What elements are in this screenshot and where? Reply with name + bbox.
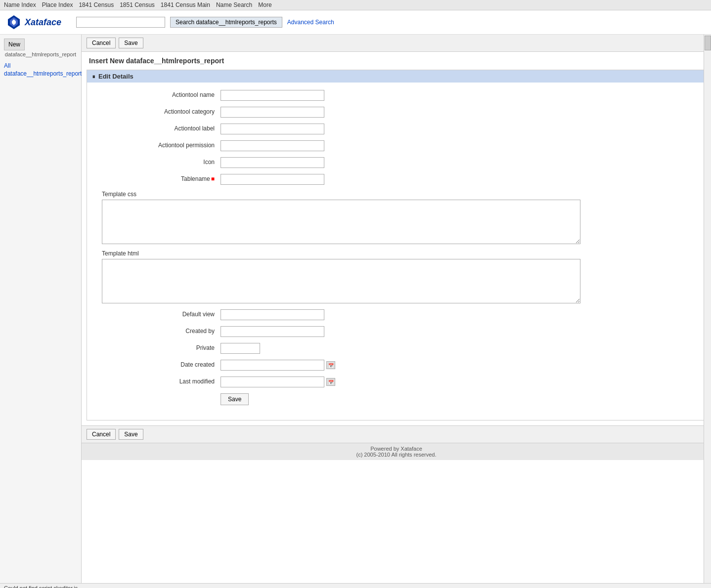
input-actiontool-category[interactable]	[221, 107, 324, 118]
label-icon: Icon	[97, 157, 221, 166]
nav-place-index[interactable]: Place Index	[42, 1, 73, 8]
edit-details-title: Edit Details	[98, 73, 133, 80]
field-row-template-css: Template css	[102, 191, 696, 244]
edit-details-section: ∎ Edit Details Actiontool name Actiontoo…	[87, 70, 706, 420]
input-private[interactable]	[221, 343, 260, 354]
last-modified-wrap: 📅	[221, 377, 335, 387]
label-last-modified: Last modified	[97, 377, 221, 385]
advanced-search-link[interactable]: Advanced Search	[287, 19, 334, 26]
label-actiontool-name: Actiontool name	[97, 90, 221, 98]
calendar-icon-date-created[interactable]: 📅	[326, 361, 335, 369]
edit-details-header: ∎ Edit Details	[87, 70, 706, 83]
input-actiontool-name[interactable]	[221, 90, 324, 101]
field-row-actiontool-name: Actiontool name	[97, 90, 696, 101]
required-star-tablename: ■	[211, 175, 215, 182]
collapse-icon[interactable]: ∎	[92, 73, 95, 80]
label-default-view: Default view	[97, 309, 221, 318]
label-actiontool-category: Actiontool category	[97, 107, 221, 115]
field-row-template-html: Template html	[102, 250, 696, 303]
input-actiontool-permission[interactable]	[221, 140, 324, 151]
nav-name-search[interactable]: Name Search	[216, 1, 252, 8]
sidebar: New dataface__htmlreports_report All dat…	[0, 35, 82, 583]
top-save-button[interactable]: Save	[119, 38, 143, 48]
logo-icon	[6, 14, 22, 30]
top-nav-bar: Name Index Place Index 1841 Census 1851 …	[0, 0, 711, 10]
sidebar-new-button[interactable]: New	[4, 39, 25, 50]
sidebar-all-link[interactable]: All	[4, 62, 77, 69]
date-created-wrap: 📅	[221, 360, 335, 371]
bottom-save-button[interactable]: Save	[119, 429, 143, 440]
status-bar: Could not find script ckeditor.js	[0, 583, 711, 588]
input-created-by[interactable]	[221, 326, 324, 337]
header: Xataface Search dataface__htmlreports_re…	[0, 10, 711, 35]
center-save-button[interactable]: Save	[221, 393, 249, 405]
label-template-css: Template css	[102, 191, 696, 198]
label-actiontool-label: Actiontool label	[97, 124, 221, 132]
bottom-action-bar: Cancel Save	[82, 425, 711, 443]
nav-1841-census[interactable]: 1841 Census	[79, 1, 114, 8]
label-created-by: Created by	[97, 326, 221, 335]
edit-form: Actiontool name Actiontool category Acti…	[87, 83, 706, 420]
search-input[interactable]	[76, 17, 165, 28]
input-last-modified[interactable]	[221, 377, 324, 387]
input-actiontool-label[interactable]	[221, 124, 324, 134]
sidebar-table-name: dataface__htmlreports_report	[4, 51, 77, 57]
input-icon[interactable]	[221, 157, 324, 168]
top-action-bar: Cancel Save	[82, 35, 711, 52]
nav-name-index[interactable]: Name Index	[4, 1, 36, 8]
field-row-default-view: Default view	[97, 309, 696, 320]
nav-1851-census[interactable]: 1851 Census	[120, 1, 155, 8]
input-tablename[interactable]	[221, 174, 324, 185]
page-title: Insert New dataface__htmlreports_report	[82, 52, 711, 70]
search-button[interactable]: Search dataface__htmlreports_reports	[170, 17, 282, 28]
field-row-actiontool-permission: Actiontool permission	[97, 140, 696, 151]
field-row-last-modified: Last modified 📅	[97, 377, 696, 387]
field-row-created-by: Created by	[97, 326, 696, 337]
footer: Powered by Xataface (c) 2005-2010 All ri…	[82, 443, 711, 460]
field-row-tablename: Tablename■	[97, 174, 696, 185]
layout: New dataface__htmlreports_report All dat…	[0, 35, 711, 583]
logo-text: Xataface	[25, 17, 61, 28]
scrollbar[interactable]	[704, 35, 711, 583]
input-template-html[interactable]	[102, 259, 580, 303]
label-date-created: Date created	[97, 360, 221, 368]
label-template-html: Template html	[102, 250, 696, 257]
top-cancel-button[interactable]: Cancel	[87, 38, 116, 48]
input-template-css[interactable]	[102, 200, 580, 244]
field-row-actiontool-category: Actiontool category	[97, 107, 696, 118]
logo: Xataface	[6, 14, 61, 30]
label-tablename: Tablename■	[97, 174, 221, 182]
footer-line2: (c) 2005-2010 All rights reserved.	[84, 452, 709, 458]
label-actiontool-permission: Actiontool permission	[97, 140, 221, 149]
field-row-actiontool-label: Actiontool label	[97, 124, 696, 134]
nav-1841-census-main[interactable]: 1841 Census Main	[161, 1, 210, 8]
footer-line1: Powered by Xataface	[84, 446, 709, 452]
main-content: Cancel Save Insert New dataface__htmlrep…	[82, 35, 711, 583]
field-row-icon: Icon	[97, 157, 696, 168]
calendar-icon-last-modified[interactable]: 📅	[326, 378, 335, 386]
field-row-date-created: Date created 📅	[97, 360, 696, 371]
input-default-view[interactable]	[221, 309, 324, 320]
bottom-cancel-button[interactable]: Cancel	[87, 429, 116, 440]
main-wrapper: Cancel Save Insert New dataface__htmlrep…	[82, 35, 711, 583]
field-row-private: Private	[97, 343, 696, 354]
input-date-created[interactable]	[221, 360, 324, 371]
nav-more[interactable]: More	[258, 1, 271, 8]
save-row-center: Save	[221, 393, 696, 405]
label-private: Private	[97, 343, 221, 351]
scroll-thumb[interactable]	[705, 36, 711, 50]
sidebar-table-link[interactable]: dataface__htmlreports_reports	[4, 70, 77, 77]
